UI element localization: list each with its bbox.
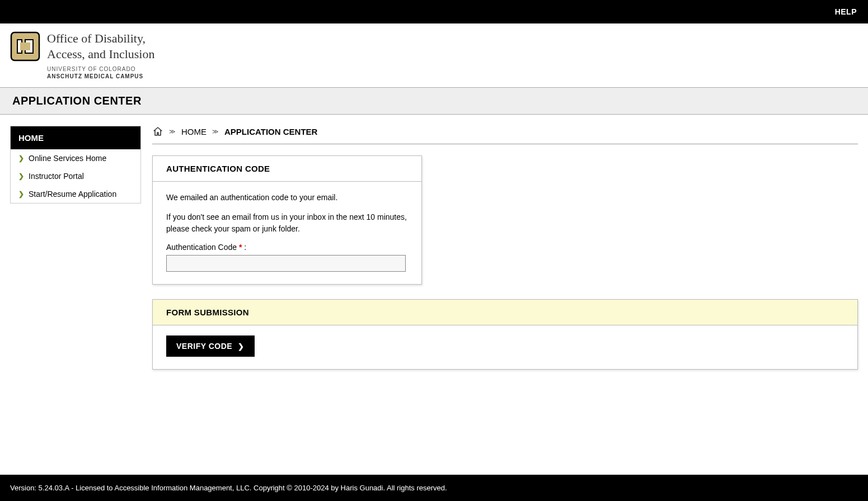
sidebar-list: ❯ Online Services Home ❯ Instructor Port… [11, 149, 140, 203]
auth-message-2: If you don't see an email from us in you… [166, 211, 408, 235]
sidebar: HOME ❯ Online Services Home ❯ Instructor… [10, 126, 141, 204]
sidebar-item-online-services[interactable]: ❯ Online Services Home [11, 149, 140, 167]
chevron-right-icon: ❯ [18, 172, 24, 180]
auth-code-input[interactable] [166, 255, 406, 272]
authentication-code-panel: AUTHENTICATION CODE We emailed an authen… [152, 155, 422, 285]
sidebar-item-instructor-portal[interactable]: ❯ Instructor Portal [11, 167, 140, 185]
logo-subtitle-2: ANSCHUTZ MEDICAL CAMPUS [47, 73, 154, 79]
sidebar-item-label: Instructor Portal [29, 172, 84, 181]
auth-code-label-text: Authentication Code [166, 243, 237, 252]
label-suffix: : [244, 243, 246, 252]
page-title-bar: APPLICATION CENTER [0, 87, 868, 115]
logo-line2: Access, and Inclusion [47, 47, 154, 62]
top-bar: HELP [0, 0, 868, 23]
chevron-right-icon: ❯ [18, 154, 24, 162]
chevron-right-icon: ❯ [238, 342, 245, 351]
logo-area: Office of Disability, Access, and Inclus… [0, 23, 868, 87]
required-asterisk: * [237, 243, 242, 252]
panel-heading: FORM SUBMISSION [153, 300, 857, 325]
auth-message-1: We emailed an authentication code to you… [166, 192, 408, 204]
help-link[interactable]: HELP [835, 7, 857, 16]
breadcrumb-separator-icon: ≫ [169, 128, 176, 135]
verify-code-button[interactable]: VERIFY CODE ❯ [166, 335, 255, 357]
sidebar-item-start-resume-application[interactable]: ❯ Start/Resume Application [11, 185, 140, 203]
sidebar-heading: HOME [11, 126, 140, 149]
breadcrumb: ≫ HOME ≫ APPLICATION CENTER [152, 126, 858, 144]
panel-body: VERIFY CODE ❯ [153, 325, 857, 369]
breadcrumb-home[interactable]: HOME [181, 127, 207, 136]
chevron-right-icon: ❯ [18, 190, 24, 198]
cu-logo-icon [10, 31, 40, 62]
logo-subtitle-1: UNIVERSITY OF COLORADO [47, 66, 154, 72]
logo[interactable]: Office of Disability, Access, and Inclus… [10, 31, 858, 79]
auth-code-label: Authentication Code * : [166, 243, 408, 252]
logo-text: Office of Disability, Access, and Inclus… [47, 31, 154, 79]
logo-line1: Office of Disability, [47, 31, 154, 46]
svg-rect-0 [11, 32, 39, 60]
sidebar-item-label: Start/Resume Application [29, 190, 116, 198]
form-submission-panel: FORM SUBMISSION VERIFY CODE ❯ [152, 299, 858, 370]
page-title: APPLICATION CENTER [12, 94, 856, 107]
panel-body: We emailed an authentication code to you… [153, 182, 421, 284]
button-label: VERIFY CODE [176, 342, 232, 351]
panel-heading: AUTHENTICATION CODE [153, 156, 421, 182]
home-icon[interactable] [152, 126, 163, 137]
sidebar-item-label: Online Services Home [29, 154, 106, 163]
breadcrumb-separator-icon: ≫ [212, 128, 219, 135]
main-content: ≫ HOME ≫ APPLICATION CENTER AUTHENTICATI… [152, 126, 858, 384]
breadcrumb-current: APPLICATION CENTER [224, 127, 317, 136]
